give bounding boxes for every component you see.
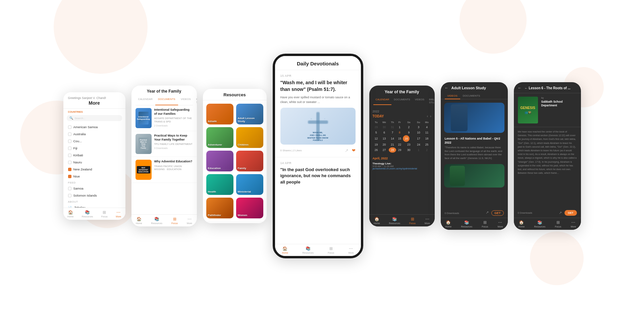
resource-women[interactable]: Women (236, 198, 263, 218)
cal-day[interactable]: 2 (403, 124, 415, 130)
list-item[interactable]: Niue (63, 173, 125, 180)
cal-day[interactable]: 11 (423, 130, 431, 135)
video-card-1[interactable] (444, 103, 504, 133)
nav-more[interactable]: ⋯More (348, 246, 354, 254)
nav-resources[interactable]: 📚Resources (461, 220, 472, 228)
checkbox[interactable] (68, 140, 71, 143)
cal-day[interactable]: 22 (396, 142, 403, 147)
tab-bible-study[interactable]: BIBLE STU... (194, 96, 197, 105)
list-item[interactable]: Fiji (63, 145, 125, 152)
cal-day[interactable]: 1 (415, 147, 423, 153)
nav-focus[interactable]: ⊞Focus (328, 246, 334, 254)
cal-day[interactable]: 25 (423, 142, 431, 147)
list-item[interactable]: Cou... (63, 138, 125, 145)
tab-calendar[interactable]: CALENDAR (136, 96, 156, 105)
video-card-2[interactable] (444, 164, 504, 188)
devotional-card-2[interactable]: 14 APR "In the past God overlooked such … (275, 157, 361, 189)
resource-adventurer[interactable]: Adventurer (206, 127, 233, 148)
cal-day[interactable]: 23 (403, 142, 415, 147)
resource-adult-lesson[interactable]: Adult Lesson Study (236, 104, 263, 124)
cal-day-today[interactable]: 16 (403, 135, 410, 142)
list-item[interactable]: American Samoa (63, 123, 125, 131)
checkbox[interactable] (68, 161, 71, 164)
cal-day[interactable]: 21 (389, 142, 396, 147)
cal-next[interactable]: › (430, 114, 431, 118)
back-button[interactable]: ← (445, 86, 449, 90)
devotional-card-1[interactable]: 15 APR "Wash me, and I will be whiter th… (275, 70, 361, 157)
nav-home[interactable]: 🏠Home (445, 220, 452, 228)
checkbox[interactable] (68, 154, 71, 157)
cal-day[interactable]: 4 (423, 124, 431, 130)
cal-day[interactable]: 29 (396, 147, 403, 153)
cal-day[interactable]: 27 (380, 147, 388, 153)
list-item[interactable]: Nauru (63, 159, 125, 166)
cal-day[interactable]: 26 (373, 147, 380, 153)
cal-day[interactable]: 30 (403, 147, 415, 153)
checkbox[interactable] (68, 194, 71, 197)
cal-day[interactable]: 2 (423, 147, 431, 153)
cal-day[interactable]: 24 (415, 142, 423, 147)
cal-day[interactable]: 13 (380, 135, 388, 142)
cal-day[interactable]: 1 (396, 124, 403, 130)
cal-day[interactable]: 15 (396, 135, 403, 142)
list-item[interactable]: Australia (63, 131, 125, 138)
tab-bible-study[interactable]: BIBLE STU... (427, 97, 434, 105)
event-item[interactable]: Theology Live: 9:00 AM – 11:00 AM jachad… (373, 162, 431, 170)
nav-more[interactable]: ⋯More (187, 217, 192, 224)
heart-icon[interactable]: ❤ (352, 148, 356, 153)
nav-home[interactable]: 🏠Home (374, 217, 380, 224)
list-item[interactable]: Practical Ways to Keep Your Family Pract… (131, 131, 197, 157)
back-button[interactable]: ← (518, 86, 522, 90)
tab-videos[interactable]: VIDEOS (413, 97, 427, 105)
nav-more[interactable]: ⋯More (425, 217, 430, 224)
nav-more[interactable]: ⋯More (571, 220, 576, 228)
get-button[interactable]: GET (491, 210, 504, 216)
share-icon[interactable]: ↗ (559, 211, 562, 215)
nav-home[interactable]: 🏠Home (519, 220, 525, 228)
resource-education[interactable]: Education (206, 151, 233, 171)
cal-day[interactable]: 8 (396, 130, 403, 135)
nav-resources[interactable]: 📚Resources (389, 217, 400, 224)
tab-documents[interactable]: DOCUMENTS (391, 97, 412, 105)
cal-day[interactable]: 14 (389, 135, 396, 142)
cal-day[interactable]: 31 (389, 124, 396, 130)
tab-videos[interactable]: VIDEOS (445, 93, 460, 99)
nav-resources[interactable]: 📚Resources (151, 217, 162, 224)
cal-day[interactable]: 28 (389, 147, 396, 153)
share-icon[interactable]: ↗ (345, 148, 348, 153)
cal-prev[interactable]: ‹ (427, 114, 428, 118)
get-button[interactable]: GET (565, 210, 577, 216)
nav-more[interactable]: ⋯More (497, 220, 503, 228)
cal-day[interactable]: 18 (423, 135, 431, 142)
checkbox[interactable] (68, 187, 71, 190)
resource-pathfinder[interactable]: Pathfinder (206, 198, 233, 218)
cal-day[interactable]: 29 (373, 124, 380, 130)
resource-family[interactable]: Family (236, 151, 263, 171)
tab-calendar[interactable]: CALENDAR (373, 97, 392, 105)
cal-day[interactable]: 10 (415, 130, 423, 135)
list-item[interactable]: Samoa (63, 185, 125, 192)
nav-more[interactable]: ⋯More (116, 210, 121, 218)
event-link[interactable]: jachadventst.ch.zoom.us/my/spdministeria… (373, 167, 431, 170)
nav-focus[interactable]: ⊞Focus (171, 217, 178, 224)
cal-day[interactable]: 9 (403, 130, 415, 135)
nav-focus[interactable]: ⊞Focus (555, 220, 561, 228)
nav-home[interactable]: 🏠Home (67, 210, 74, 218)
checkbox[interactable] (68, 133, 71, 136)
checkbox[interactable] (68, 147, 71, 150)
nav-resources[interactable]: 📚Resources (82, 210, 93, 218)
nav-focus[interactable]: ⊞Focus (409, 217, 416, 224)
nav-home[interactable]: 🏠 Home (282, 246, 288, 254)
list-item[interactable]: Solomon Islands (63, 192, 125, 199)
nav-focus[interactable]: ⊞Focus (101, 210, 108, 218)
cal-day[interactable]: 3 (415, 124, 423, 130)
cal-day[interactable]: 5 (373, 130, 380, 135)
nav-focus[interactable]: ⊞Focus (482, 220, 488, 228)
tab-videos[interactable]: VIDEOS (178, 96, 194, 105)
list-item[interactable]: WHY ADVENTIST EDUCATION Why Adventist Ed… (131, 157, 197, 183)
list-item[interactable]: 📄Tokelau (63, 204, 125, 208)
tab-documents[interactable]: DOCUMENTS (460, 93, 483, 99)
list-item[interactable]: New Zealand (63, 166, 125, 173)
checkbox-checked[interactable] (68, 168, 71, 171)
cal-day[interactable]: 17 (415, 135, 423, 142)
